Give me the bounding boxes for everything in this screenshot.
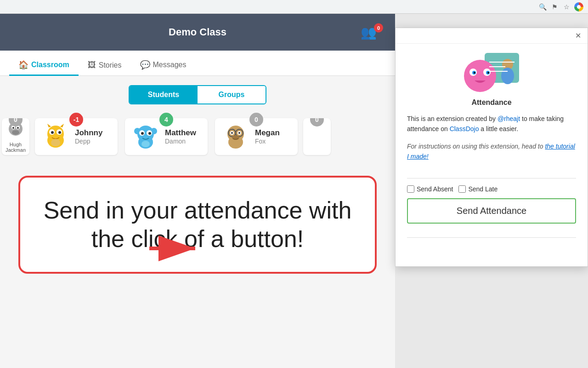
extension-popup: ✕ [395, 28, 588, 267]
avatar-megan [222, 123, 249, 150]
toggle-button-group: Students Groups [129, 85, 266, 104]
student-info-matthew: Matthew Damon [165, 128, 196, 145]
close-button[interactable]: ✕ [572, 30, 584, 41]
tab-messages[interactable]: 💬 Messages [131, 55, 196, 76]
desc-part1: This is an extension created by [407, 115, 498, 122]
app-header: Demo Class 👥 0 [0, 14, 395, 51]
score-badge-megan: 0 [249, 113, 263, 126]
send-absent-label[interactable]: Send Absent [407, 185, 453, 193]
chrome-icon[interactable] [574, 2, 583, 12]
nav-tabs: 🏠 Classroom 🖼 Stories 💬 Messages [0, 51, 395, 76]
tab-classroom-label: Classroom [31, 61, 69, 69]
svg-point-37 [464, 60, 496, 92]
app-container: Demo Class 👥 0 🏠 Classroom 🖼 Stories 💬 M… [0, 14, 395, 368]
star-icon[interactable]: ☆ [562, 3, 571, 11]
view-toggle: Students Groups [0, 76, 395, 111]
avatar-johnny [42, 123, 69, 150]
search-icon[interactable]: 🔍 [538, 3, 547, 11]
svg-point-3 [12, 127, 14, 129]
student-card-partial-right[interactable]: 0 [303, 118, 331, 155]
send-absent-checkbox[interactable] [407, 185, 414, 193]
late-label-text: Send Late [468, 185, 498, 193]
divider-bottom [407, 237, 576, 238]
student-last-johnny: Depp [75, 138, 102, 145]
popup-logo-area: Attendance [407, 53, 576, 107]
tab-stories-label: Stories [99, 61, 122, 69]
student-first-megan: Megan [255, 128, 280, 138]
popup-instructions: For instructions on using this extension… [407, 141, 576, 162]
score-badge-johnny: -1 [69, 113, 83, 126]
student-last-hugh: Jackman [6, 147, 26, 153]
chat-icon: 💬 [140, 60, 150, 70]
groups-toggle[interactable]: Groups [198, 86, 266, 104]
instructions-part1: For instructions on using this extension… [407, 143, 545, 150]
svg-point-42 [474, 72, 475, 74]
desc-part3: a little easier. [479, 125, 518, 132]
notification-badge: 0 [374, 23, 383, 32]
divider-top [407, 178, 576, 178]
students-row: 0 Hugh Jackman -1 [0, 111, 395, 162]
popup-description: This is an extension created by @rheajt … [407, 114, 576, 134]
classdojo-link[interactable]: ClassDojo [450, 125, 479, 132]
student-first-matthew: Matthew [165, 128, 196, 138]
student-last-megan: Fox [255, 138, 280, 145]
score-badge-matthew: 4 [159, 113, 173, 126]
score-badge-partial-right: 0 [310, 118, 324, 126]
page-title: Demo Class [169, 26, 226, 38]
browser-toolbar: 🔍 ⚑ ☆ [0, 0, 588, 14]
arrow-container [149, 235, 204, 264]
svg-point-13 [58, 131, 61, 134]
student-card-megan[interactable]: 0 [215, 118, 298, 155]
red-arrow [149, 235, 204, 262]
student-first-johnny: Johnny [75, 128, 102, 138]
home-icon: 🏠 [18, 60, 28, 70]
student-last-matthew: Damon [165, 138, 196, 145]
avatar-matthew [132, 123, 159, 150]
student-card-partial-left[interactable]: 0 Hugh Jackman [2, 118, 29, 155]
svg-point-43 [487, 72, 489, 74]
tab-classroom[interactable]: 🏠 Classroom [9, 55, 79, 76]
flag-icon[interactable]: ⚑ [550, 3, 559, 11]
student-card-matthew[interactable]: 4 [125, 118, 208, 155]
send-late-checkbox[interactable] [458, 185, 466, 193]
attendance-logo [462, 53, 521, 94]
student-first-hugh: Hugh [6, 142, 26, 147]
send-attendance-button[interactable]: Send Attendance [407, 198, 576, 224]
svg-point-32 [238, 132, 240, 134]
svg-marker-8 [47, 124, 51, 127]
svg-point-22 [148, 132, 151, 135]
svg-point-5 [12, 130, 19, 135]
svg-point-4 [17, 127, 19, 129]
send-late-label[interactable]: Send Late [458, 185, 498, 193]
notification-area: 👥 0 [361, 25, 386, 40]
author-link[interactable]: @rheajt [498, 115, 520, 122]
tab-stories[interactable]: 🖼 Stories [79, 56, 131, 76]
tab-messages-label: Messages [153, 61, 187, 69]
student-info-megan: Megan Fox [255, 128, 280, 145]
svg-point-12 [51, 131, 54, 134]
students-toggle[interactable]: Students [130, 86, 198, 104]
checkbox-row: Send Absent Send Late [407, 185, 576, 193]
svg-point-14 [51, 139, 60, 146]
popup-title: Attendance [462, 98, 521, 107]
student-info-johnny: Johnny Depp [75, 128, 102, 145]
svg-point-31 [231, 132, 233, 134]
popup-body: Attendance This is an extension created … [396, 44, 588, 266]
absent-label-text: Send Absent [417, 185, 453, 193]
svg-point-23 [141, 141, 150, 147]
popup-header: ✕ [396, 28, 588, 44]
student-card-johnny[interactable]: -1 [35, 118, 118, 155]
svg-point-45 [501, 68, 514, 84]
svg-marker-9 [60, 124, 64, 127]
image-icon: 🖼 [88, 60, 96, 70]
svg-point-21 [141, 132, 144, 135]
